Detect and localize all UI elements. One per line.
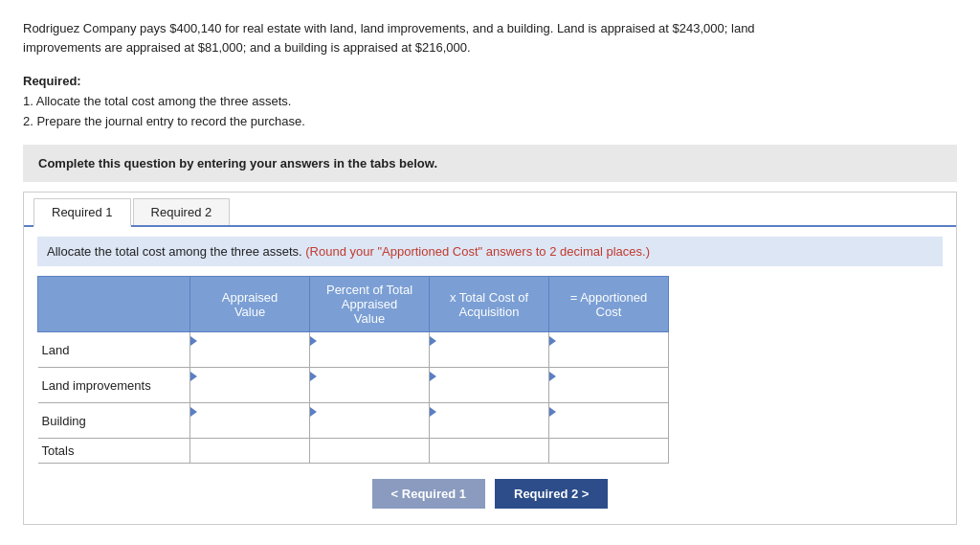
next-arrow-icon: >: [578, 487, 589, 501]
improvements-appraised-cell: [190, 368, 310, 403]
tabs-container: Required 1 Required 2 Allocate the total…: [23, 192, 957, 525]
tab-required-2[interactable]: Required 2: [133, 198, 231, 225]
triangle-icon: [310, 407, 317, 417]
improvements-apportioned-input[interactable]: [549, 382, 668, 402]
triangle-icon: [430, 336, 436, 346]
land-total-cost-cell: [430, 332, 549, 368]
land-total-cost-input[interactable]: [430, 347, 548, 367]
row-label-land: Land: [38, 332, 190, 368]
nav-buttons: < Required 1 Required 2 >: [37, 479, 943, 509]
totals-percent-cell: [310, 439, 430, 464]
land-appraised-value-input[interactable]: [190, 347, 309, 367]
building-percent-input[interactable]: [310, 418, 429, 438]
building-apportioned-input[interactable]: [549, 418, 668, 438]
table-row: Land: [38, 332, 669, 368]
totals-percent-input[interactable]: [310, 441, 429, 461]
triangle-icon: [190, 372, 197, 381]
improvements-percent-input[interactable]: [310, 382, 429, 402]
totals-appraised-cell: [190, 439, 310, 464]
header-empty: [38, 277, 190, 332]
table-row-totals: Totals: [38, 439, 669, 464]
allocate-note-text: (Round your "Apportioned Cost" answers t…: [305, 244, 650, 259]
table-row: Building: [38, 403, 669, 439]
tab-required-1-label: Required 1: [52, 205, 113, 219]
triangle-icon: [190, 407, 197, 417]
prev-button[interactable]: < Required 1: [372, 479, 485, 509]
tab-required-1[interactable]: Required 1: [33, 198, 131, 227]
triangle-icon: [310, 336, 317, 346]
improvements-total-cost-input[interactable]: [430, 382, 548, 402]
triangle-icon: [190, 336, 197, 346]
problem-line1: Rodriguez Company pays $400,140 for real…: [23, 21, 755, 35]
prev-button-label: Required 1: [402, 487, 466, 501]
totals-total-cost-cell: [430, 439, 549, 464]
header-appraised-value: AppraisedValue: [190, 277, 310, 332]
triangle-icon: [549, 407, 556, 417]
required-header: Required:: [23, 74, 81, 88]
totals-apportioned-input[interactable]: [549, 441, 668, 461]
improvements-percent-cell: [310, 368, 430, 403]
land-appraised-value-cell: [190, 332, 310, 368]
building-appraised-input[interactable]: [190, 418, 309, 438]
row-label-totals: Totals: [38, 439, 190, 464]
totals-appraised-input[interactable]: [190, 441, 309, 461]
building-total-cost-cell: [430, 403, 549, 439]
prev-arrow-icon: <: [391, 487, 402, 501]
building-percent-cell: [310, 403, 430, 439]
header-total-cost: x Total Cost ofAcquisition: [430, 277, 549, 332]
next-button-label: Required 2: [514, 487, 578, 501]
land-percent-input[interactable]: [310, 347, 429, 367]
instruction-box: Complete this question by entering your …: [23, 145, 957, 182]
allocate-main-text: Allocate the total cost among the three …: [47, 244, 302, 259]
header-apportioned-cost: = ApportionedCost: [548, 277, 668, 332]
triangle-icon: [430, 372, 436, 381]
header-percent-total: Percent of TotalAppraisedValue: [310, 277, 430, 332]
table-row: Land improvements: [38, 368, 669, 403]
instruction-text: Complete this question by entering your …: [38, 156, 437, 170]
triangle-icon: [549, 372, 556, 381]
problem-text: Rodriguez Company pays $400,140 for real…: [23, 19, 957, 57]
required-item-2: 2. Prepare the journal entry to record t…: [23, 112, 957, 132]
improvements-total-cost-cell: [430, 368, 549, 403]
tab-content: Allocate the total cost among the three …: [24, 227, 956, 524]
building-appraised-cell: [190, 403, 310, 439]
problem-line2: improvements are appraised at $81,000; a…: [23, 40, 471, 55]
land-apportioned-input[interactable]: [549, 347, 668, 367]
totals-total-cost-input[interactable]: [430, 441, 548, 461]
triangle-icon: [310, 372, 317, 381]
row-label-building: Building: [38, 403, 190, 439]
allocate-instruction: Allocate the total cost among the three …: [37, 237, 943, 266]
triangle-icon: [430, 407, 436, 417]
land-apportioned-cell: [548, 332, 668, 368]
next-button[interactable]: Required 2 >: [495, 479, 608, 509]
allocation-table: AppraisedValue Percent of TotalAppraised…: [37, 276, 669, 464]
totals-apportioned-cell: [548, 439, 668, 464]
tabs-row: Required 1 Required 2: [24, 193, 956, 227]
building-total-cost-input[interactable]: [430, 418, 548, 438]
triangle-icon: [549, 336, 556, 346]
required-section: Required: 1. Allocate the total cost amo…: [23, 72, 957, 131]
land-percent-cell: [310, 332, 430, 368]
improvements-appraised-input[interactable]: [190, 382, 309, 402]
building-apportioned-cell: [548, 403, 668, 439]
improvements-apportioned-cell: [548, 368, 668, 403]
row-label-land-improvements: Land improvements: [38, 368, 190, 403]
tab-required-2-label: Required 2: [151, 205, 212, 219]
required-item-1: 1. Allocate the total cost among the thr…: [23, 92, 957, 112]
